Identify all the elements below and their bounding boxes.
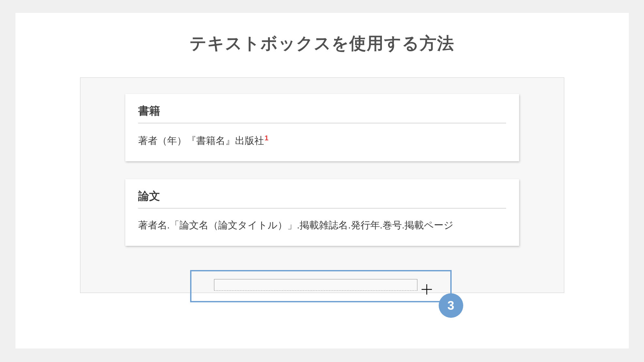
textbox-insertion-highlight[interactable]: 3 [190,270,452,302]
step-number-badge: 3 [439,293,463,318]
crosshair-cursor-icon [421,284,433,295]
content-container: 書籍 著者（年）『書籍名』出版社1 論文 著者名.「論文名（論文タイトル）」.掲… [80,77,564,293]
card-paper-heading: 論文 [138,189,506,208]
card-book-body: 著者（年）『書籍名』出版社1 [138,132,506,148]
card-paper: 論文 著者名.「論文名（論文タイトル）」.掲載雑誌名.発行年.巻号.掲載ページ [125,179,519,246]
footnote-marker: 1 [265,134,269,142]
card-book: 書籍 著者（年）『書籍名』出版社1 [125,94,519,161]
textbox-drawing-frame[interactable] [214,279,417,291]
card-book-body-text: 著者（年）『書籍名』出版社 [138,135,264,146]
page-title: テキストボックスを使用する方法 [48,32,597,55]
card-book-heading: 書籍 [138,104,506,123]
card-paper-body: 著者名.「論文名（論文タイトル）」.掲載雑誌名.発行年.巻号.掲載ページ [138,217,506,233]
slide: テキストボックスを使用する方法 書籍 著者（年）『書籍名』出版社1 論文 著者名… [15,13,629,348]
